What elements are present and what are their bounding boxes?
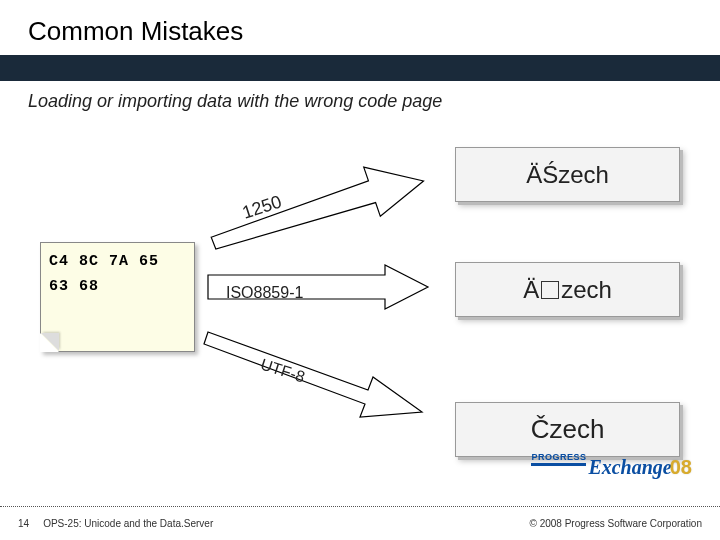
unknown-glyph-icon [541, 281, 559, 299]
result-iso: Ä zech [455, 262, 680, 317]
arrow-1250 [200, 162, 430, 252]
byte-note: C4 8C 7A 65 63 68 [40, 242, 195, 352]
slide-footer: 14 OPS-25: Unicode and the Data.Server ©… [0, 506, 720, 540]
logo-product: Exchange [588, 456, 671, 479]
byte-line-2: 63 68 [49, 278, 186, 295]
result-iso-prefix: Ä [523, 276, 539, 304]
byte-line-1: C4 8C 7A 65 [49, 253, 186, 270]
progress-exchange-logo: PROGRESS Exchange 08 [531, 456, 692, 480]
title-underline-bar [0, 55, 720, 81]
arrow-utf8 [200, 322, 430, 432]
page-number: 14 [18, 518, 29, 529]
slide-title: Common Mistakes [0, 0, 720, 55]
label-iso: ISO8859-1 [226, 284, 303, 302]
logo-brand: PROGRESS [531, 452, 586, 466]
copyright: © 2008 Progress Software Corporation [530, 518, 702, 529]
result-cp1250: ÄŚzech [455, 147, 680, 202]
result-iso-suffix: zech [561, 276, 612, 304]
svg-marker-2 [204, 332, 422, 417]
slide-content: C4 8C 7A 65 63 68 1250 ISO8859-1 UTF-8 Ä… [0, 112, 720, 512]
result-utf8: Čzech [455, 402, 680, 457]
logo-year: 08 [670, 456, 692, 479]
session-name: OPS-25: Unicode and the Data.Server [43, 518, 529, 529]
slide-subtitle: Loading or importing data with the wrong… [0, 81, 720, 112]
